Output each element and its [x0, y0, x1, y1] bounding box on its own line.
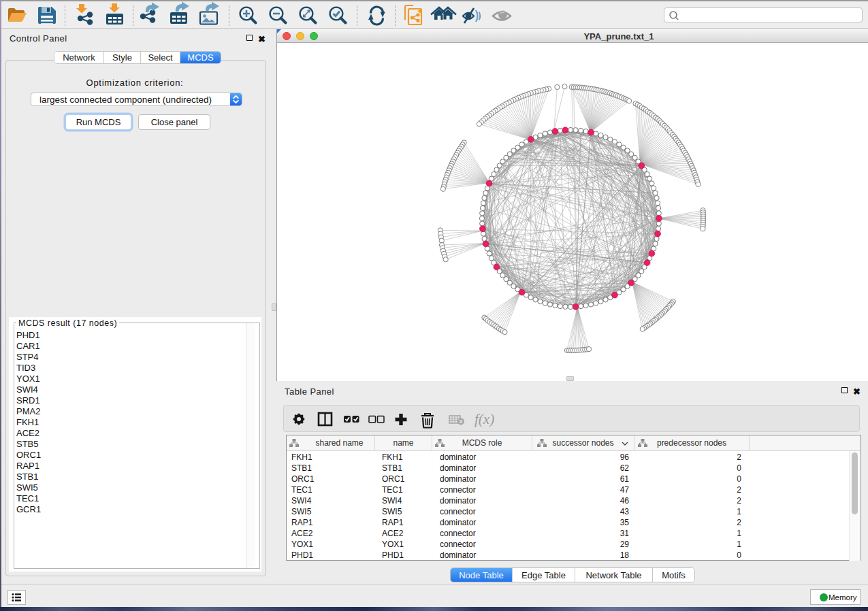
svg-text:f(x): f(x) — [475, 411, 494, 427]
